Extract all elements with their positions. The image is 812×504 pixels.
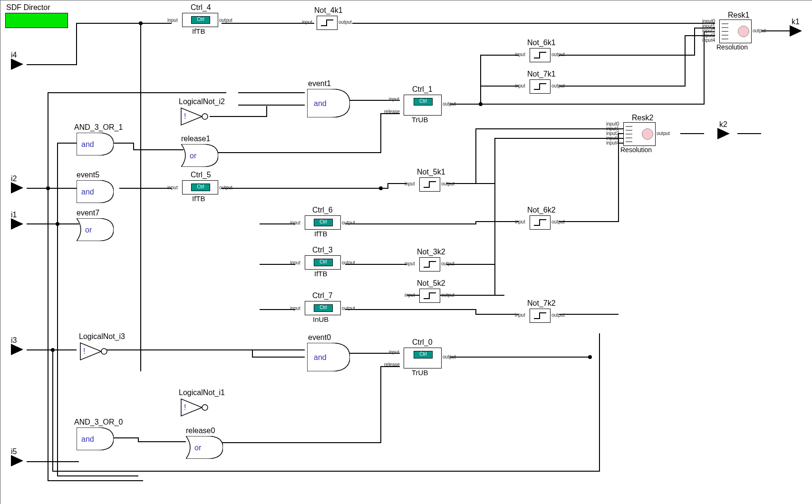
release1-gate[interactable]: or xyxy=(181,144,218,167)
ctrl-badge: Ctrl xyxy=(414,351,433,359)
ctrl4-name: Ctrl_4 xyxy=(191,3,211,12)
event1-gate[interactable]: and xyxy=(307,89,350,117)
ctrl5-in: input xyxy=(167,185,178,190)
gate-text: ! xyxy=(184,403,186,412)
ctrl3-name: Ctrl_3 xyxy=(312,246,333,254)
r2-i4: input4 xyxy=(606,140,619,145)
ctrl0-out: output xyxy=(443,354,456,359)
ctrl-1-block[interactable]: Ctrl xyxy=(404,95,442,116)
ctrl1-in: input xyxy=(389,97,399,102)
n7k1-out: output xyxy=(551,83,565,88)
diagram-canvas: SDF Director i4 i2 i1 i3 i5 k1 k2 AND_3_… xyxy=(0,0,812,504)
and-3-or-0-gate[interactable]: and xyxy=(77,427,114,450)
n6k2-in: input xyxy=(515,219,525,224)
lnot-i2-label: LogicalNot_i2 xyxy=(179,97,225,106)
sdf-director-block[interactable] xyxy=(5,13,68,28)
resk1-name: Resk1 xyxy=(728,11,749,19)
not-6k2-block[interactable] xyxy=(530,215,551,230)
n6k1-out: output xyxy=(551,52,565,57)
resolution-icon xyxy=(738,26,749,37)
ctrl-6-block[interactable]: Ctrl xyxy=(305,215,341,230)
n5k1-label: Not_5k1 xyxy=(417,168,445,176)
port-i3[interactable] xyxy=(11,344,23,355)
ctrl0-in: input xyxy=(389,349,399,355)
event7-gate[interactable]: or xyxy=(77,218,114,241)
not-4k1-block[interactable] xyxy=(317,16,338,30)
ctrl-4-block[interactable]: Ctrl xyxy=(182,13,218,27)
svg-point-10 xyxy=(101,349,107,354)
event5-gate[interactable]: and xyxy=(77,180,114,203)
resk1-block[interactable] xyxy=(719,19,752,43)
n5k1-out: output xyxy=(441,181,454,186)
and3or1-label: AND_3_OR_1 xyxy=(74,123,123,132)
ctrl4-in: input xyxy=(167,18,178,23)
n3k2-label: Not_3k2 xyxy=(417,248,445,256)
lnot-i1-label: LogicalNot_i1 xyxy=(179,388,225,397)
svg-point-6 xyxy=(588,355,592,359)
wires xyxy=(0,0,812,504)
r1-i4: input4 xyxy=(702,38,715,43)
ctrl-0-block[interactable]: Ctrl xyxy=(404,348,442,368)
release1-label: release1 xyxy=(181,135,210,143)
svg-point-5 xyxy=(379,186,383,190)
event0-gate[interactable]: and xyxy=(307,343,350,371)
not-7k2-block[interactable] xyxy=(530,309,551,323)
gate-text: and xyxy=(314,99,327,108)
ctrl-badge: Ctrl xyxy=(314,219,333,226)
and-3-or-1-gate[interactable]: and xyxy=(77,133,114,155)
resk2-name: Resk2 xyxy=(632,114,653,122)
gate-text: and xyxy=(314,353,327,362)
gate-text: or xyxy=(85,226,92,234)
n6k2-out: output xyxy=(551,219,565,224)
not-5k1-block[interactable] xyxy=(419,177,440,192)
lnot-i3-label: LogicalNot_i3 xyxy=(79,332,125,341)
logicalnot-i3[interactable]: ! xyxy=(80,343,109,362)
ctrl7-out: output xyxy=(342,306,355,311)
ctrl-7-block[interactable]: Ctrl xyxy=(305,301,341,315)
not-3k2-block[interactable] xyxy=(419,257,440,271)
release0-label: release0 xyxy=(186,426,215,435)
not-6k1-block[interactable] xyxy=(530,48,551,62)
ctrl-badge: Ctrl xyxy=(191,184,210,191)
gate-text: or xyxy=(194,444,201,452)
ctrl0-name: Ctrl_0 xyxy=(412,338,433,347)
ctrl0-sub: TrUB xyxy=(412,368,428,377)
resk2-block[interactable] xyxy=(623,122,656,146)
release0-gate[interactable]: or xyxy=(186,436,223,459)
ctrl-badge: Ctrl xyxy=(314,304,333,312)
ctrl-3-block[interactable]: Ctrl xyxy=(305,255,341,270)
gate-text: and xyxy=(81,188,94,196)
gate-text: and xyxy=(81,435,94,444)
ctrl5-sub: IfTB xyxy=(192,194,205,203)
ctrl5-out: output xyxy=(219,185,232,190)
port-i5[interactable] xyxy=(11,455,23,466)
n7k2-in: input xyxy=(515,312,525,318)
ctrl1-out: output xyxy=(443,101,456,107)
port-k1[interactable] xyxy=(790,25,802,37)
port-i4[interactable] xyxy=(11,58,23,70)
ctrl-5-block[interactable]: Ctrl xyxy=(182,180,218,194)
port-i1[interactable] xyxy=(11,218,23,230)
n7k2-out: output xyxy=(551,312,565,318)
n3k2-out: output xyxy=(441,261,454,266)
ctrl6-in: input xyxy=(290,220,300,225)
logicalnot-i1[interactable]: ! xyxy=(181,399,210,418)
logicalnot-i2[interactable]: ! xyxy=(181,108,210,127)
svg-point-12 xyxy=(202,405,208,410)
not-7k1-block[interactable] xyxy=(530,79,551,94)
ctrl7-in: input xyxy=(290,306,300,311)
ctrl-badge: Ctrl xyxy=(414,98,433,106)
n6k1-label: Not_6k1 xyxy=(527,39,556,47)
gate-text: or xyxy=(190,152,196,160)
port-i2[interactable] xyxy=(11,182,23,194)
n5k2-label: Not_5k2 xyxy=(417,279,445,288)
port-k2[interactable] xyxy=(717,128,730,139)
resolution-icon xyxy=(642,128,653,140)
ctrl1-name: Ctrl_1 xyxy=(412,85,433,94)
not-5k2-block[interactable] xyxy=(419,289,440,303)
ctrl1-sub: TrUB xyxy=(412,116,428,124)
ctrl3-in: input xyxy=(290,260,300,265)
n4k1-out: output xyxy=(338,19,352,25)
ctrl1-rel: release xyxy=(384,109,400,114)
ctrl7-sub: InUB xyxy=(313,315,329,323)
